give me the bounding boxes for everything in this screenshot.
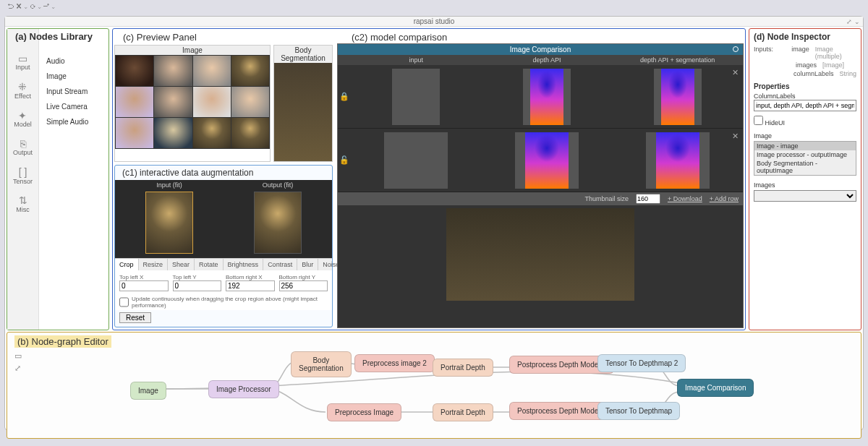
aug-input-image[interactable] (145, 192, 193, 254)
image-node-preview[interactable]: Image (114, 45, 271, 162)
thumb[interactable] (193, 118, 231, 148)
thumb[interactable] (154, 87, 192, 117)
close-icon[interactable]: ✕ (732, 68, 739, 77)
tab-resize[interactable]: Resize (139, 259, 169, 270)
close-icon[interactable]: ✕ (732, 132, 739, 141)
brx-input[interactable] (226, 280, 275, 291)
update-continuous-checkbox[interactable] (119, 296, 129, 309)
thumb[interactable] (231, 87, 269, 117)
node-postprocess[interactable]: Postprocess Depth Model (509, 402, 608, 420)
thumb-size-input[interactable] (636, 194, 660, 204)
comparison-title: Image Comparison (338, 44, 743, 55)
thumb[interactable] (231, 56, 269, 86)
node-tensor-depthmap-2[interactable]: Tensor To Depthmap 2 (597, 354, 686, 372)
thumb[interactable] (154, 56, 192, 86)
library-item-image[interactable]: Image (45, 69, 104, 84)
lock-icon[interactable]: 🔒 (338, 92, 351, 101)
node-body-segmentation[interactable]: Body Segmentation (291, 351, 352, 377)
node-preprocess[interactable]: Preprocess Image (327, 403, 401, 421)
compare-cell[interactable] (392, 69, 440, 125)
reset-button[interactable]: Reset (119, 312, 151, 323)
library-item-audio[interactable]: Audio (45, 53, 104, 69)
library-item-live-camera[interactable]: Live Camera (45, 99, 104, 114)
library-item-simple-audio[interactable]: Simple Audio (45, 114, 104, 129)
tly-input[interactable] (173, 280, 222, 291)
library-item-input-stream[interactable]: Input Stream (45, 84, 104, 99)
col-header: depth API + segmentation (612, 55, 743, 65)
misc-icon: ⇅ (16, 195, 30, 206)
thumb[interactable] (193, 87, 231, 117)
large-preview-image[interactable] (446, 208, 634, 301)
output-icon: ⎘ (13, 139, 33, 150)
image-options-list[interactable]: Image - image Image processor - outputIm… (754, 141, 856, 176)
compare-cell[interactable] (646, 132, 710, 189)
thumb[interactable] (116, 56, 153, 86)
node-graph-editor[interactable]: (b) Node-graph Editor ▭⤢ Image Image P (7, 332, 861, 439)
thumb[interactable] (116, 118, 153, 148)
tly-label: Top left Y (173, 274, 197, 280)
hideui-checkbox[interactable] (754, 116, 763, 125)
list-item[interactable]: Body Segmentation - outputImage (754, 159, 856, 175)
body-segmentation-preview[interactable]: Body Segmentation (273, 45, 333, 162)
thumb[interactable] (154, 118, 192, 148)
list-item[interactable]: Image - image (754, 142, 856, 150)
thumb-size-label: Thumbnail size (584, 195, 629, 202)
tab-blur[interactable]: Blur (297, 259, 318, 270)
large-preview (338, 205, 743, 327)
window-controls-icon[interactable]: ⤢ ⌄ (846, 17, 860, 27)
tab-brightness[interactable]: Brightness (224, 259, 264, 270)
augmentation-panel: (c1) interactive data augmentation Input… (114, 165, 333, 327)
category-tensor[interactable]: [ ]Tensor (13, 167, 33, 185)
col-header: depth API (482, 55, 613, 65)
category-output[interactable]: ⎘Output (13, 139, 33, 157)
thumb[interactable] (193, 56, 231, 86)
bry-input[interactable] (279, 280, 328, 291)
aug-output-label: Output (fit) (224, 180, 332, 190)
panel-c2-label: (c2) model comparison (352, 32, 447, 43)
category-model[interactable]: ✦Model (14, 111, 32, 129)
compare-cell[interactable] (523, 69, 571, 125)
list-item[interactable]: Image processor - outputImage (754, 150, 856, 159)
thumb[interactable] (231, 118, 269, 148)
category-effect[interactable]: ⁜Effect (14, 82, 31, 100)
compare-cell[interactable] (654, 69, 702, 125)
compare-cell[interactable] (515, 132, 579, 189)
node-tensor-depthmap[interactable]: Tensor To Depthmap (597, 402, 680, 420)
columnlabels-input[interactable] (754, 100, 856, 111)
preview-panel: (c) Preview Panel (c2) model comparison … (112, 28, 746, 330)
lock-icon[interactable]: 🔓 (338, 155, 351, 165)
download-button[interactable]: + Download (668, 195, 702, 202)
thumb[interactable] (116, 87, 153, 117)
bry-label: Bottom right Y (279, 274, 316, 280)
tlx-label: Top left X (119, 274, 143, 280)
settings-icon[interactable] (733, 46, 739, 52)
images-prop-label: Images (754, 181, 856, 189)
tab-rotate[interactable]: Rotate (195, 259, 224, 270)
bodyseg-image (274, 63, 332, 161)
image-comparison-panel: Image Comparison input depth API depth A… (337, 43, 744, 328)
tlx-input[interactable] (119, 280, 169, 291)
os-toolbar: ⮌ ✕ ⌄ ⟳ ⌄ ⤴ ⌄ (7, 3, 55, 10)
node-preprocess-2[interactable]: Preprocess image 2 (354, 354, 435, 372)
node-image[interactable]: Image (130, 382, 166, 400)
category-input[interactable]: ▭Input (15, 53, 30, 72)
window-title: rapsai studio (414, 17, 455, 25)
images-select[interactable] (754, 190, 856, 202)
image-prop-label: Image (754, 132, 856, 140)
add-row-button[interactable]: + Add row (710, 195, 739, 202)
panel-d-label: (d) Node Inspector (754, 32, 856, 42)
tab-contrast[interactable]: Contrast (263, 259, 297, 270)
node-portrait-depth-2[interactable]: Portrait Depth (433, 403, 493, 421)
aug-output-image (254, 192, 302, 254)
brx-label: Bottom right X (226, 274, 263, 280)
tab-crop[interactable]: Crop (115, 259, 139, 270)
input-icon: ▭ (15, 53, 30, 64)
effect-icon: ⁜ (14, 82, 31, 93)
category-misc[interactable]: ⇅Misc (16, 195, 30, 213)
col-header: input (351, 55, 482, 65)
node-image-processor[interactable]: Image Processor (208, 380, 279, 398)
node-portrait-depth-1[interactable]: Portrait Depth (433, 359, 493, 377)
node-image-comparison[interactable]: Image Comparison (677, 379, 754, 397)
compare-cell[interactable] (384, 132, 448, 189)
tab-shear[interactable]: Shear (168, 259, 195, 270)
